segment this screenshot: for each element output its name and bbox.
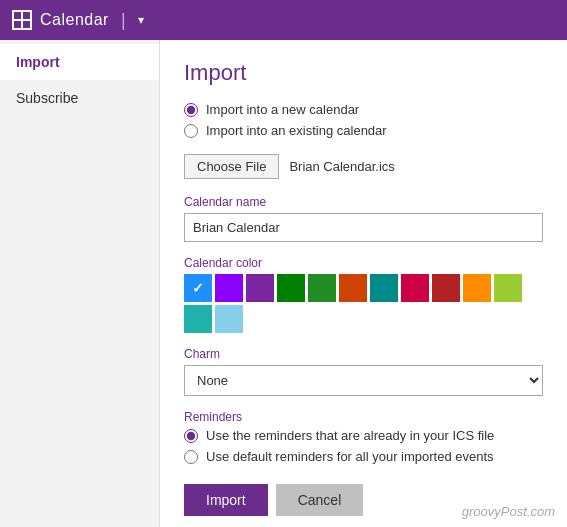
title-divider: |	[121, 10, 126, 31]
import-existing-calendar-option[interactable]: Import into an existing calendar	[184, 123, 543, 138]
calendar-name-label: Calendar name	[184, 195, 543, 209]
color-swatch-0[interactable]	[184, 274, 212, 302]
import-new-label: Import into a new calendar	[206, 102, 359, 117]
app-title: Calendar	[40, 11, 109, 29]
calendar-name-section: Calendar name	[184, 195, 543, 256]
import-options-group: Import into a new calendar Import into a…	[184, 102, 543, 138]
cancel-button[interactable]: Cancel	[276, 484, 364, 516]
calendar-color-label: Calendar color	[184, 256, 543, 270]
charm-label: Charm	[184, 347, 543, 361]
reminder-ics-option[interactable]: Use the reminders that are already in yo…	[184, 428, 543, 443]
file-chooser-row: Choose File Brian Calendar.ics	[184, 154, 543, 179]
sidebar-item-import[interactable]: Import	[0, 44, 159, 80]
color-swatch-4[interactable]	[308, 274, 336, 302]
import-new-calendar-option[interactable]: Import into a new calendar	[184, 102, 543, 117]
color-swatch-3[interactable]	[277, 274, 305, 302]
app-dropdown-arrow[interactable]: ▾	[138, 13, 144, 27]
reminders-options-group: Use the reminders that are already in yo…	[184, 428, 543, 464]
import-existing-label: Import into an existing calendar	[206, 123, 387, 138]
calendar-color-section: Calendar color	[184, 256, 543, 333]
color-swatch-6[interactable]	[370, 274, 398, 302]
color-swatch-12[interactable]	[215, 305, 243, 333]
sidebar: Import Subscribe	[0, 40, 160, 527]
calendar-name-input[interactable]	[184, 213, 543, 242]
charm-select[interactable]: NoneBirthdayAnniversary	[184, 365, 543, 396]
page-title: Import	[184, 60, 543, 86]
action-buttons: Import Cancel	[184, 484, 543, 516]
choose-file-button[interactable]: Choose File	[184, 154, 279, 179]
color-swatch-7[interactable]	[401, 274, 429, 302]
color-swatch-2[interactable]	[246, 274, 274, 302]
reminders-label: Reminders	[184, 410, 543, 424]
sidebar-item-subscribe[interactable]: Subscribe	[0, 80, 159, 116]
color-swatch-5[interactable]	[339, 274, 367, 302]
import-new-radio[interactable]	[184, 103, 198, 117]
chosen-file-name: Brian Calendar.ics	[289, 159, 395, 174]
color-swatch-9[interactable]	[463, 274, 491, 302]
color-swatch-11[interactable]	[184, 305, 212, 333]
color-swatch-1[interactable]	[215, 274, 243, 302]
reminder-default-option[interactable]: Use default reminders for all your impor…	[184, 449, 543, 464]
charm-section: Charm NoneBirthdayAnniversary	[184, 347, 543, 396]
main-layout: Import Subscribe Import Import into a ne…	[0, 40, 567, 527]
reminder-default-label: Use default reminders for all your impor…	[206, 449, 494, 464]
import-existing-radio[interactable]	[184, 124, 198, 138]
main-content: Import Import into a new calendar Import…	[160, 40, 567, 527]
reminder-default-radio[interactable]	[184, 450, 198, 464]
import-button[interactable]: Import	[184, 484, 268, 516]
reminder-ics-radio[interactable]	[184, 429, 198, 443]
top-bar: Calendar | ▾	[0, 0, 567, 40]
reminder-ics-label: Use the reminders that are already in yo…	[206, 428, 494, 443]
color-swatches-container	[184, 274, 543, 333]
color-swatch-8[interactable]	[432, 274, 460, 302]
reminders-section: Reminders Use the reminders that are alr…	[184, 410, 543, 464]
app-icon	[12, 10, 32, 30]
color-swatch-10[interactable]	[494, 274, 522, 302]
